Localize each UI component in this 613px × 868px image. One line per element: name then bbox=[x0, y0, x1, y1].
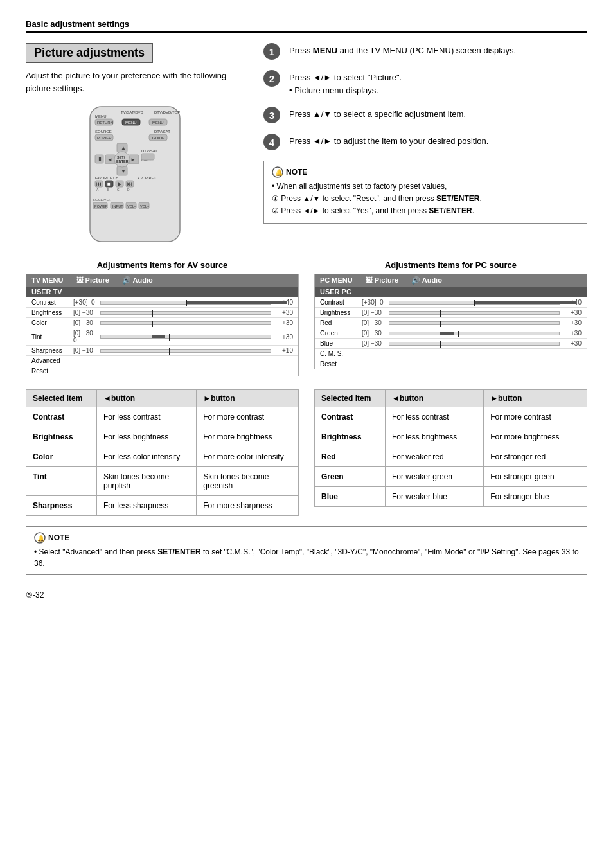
svg-text:POWER: POWER bbox=[97, 136, 112, 140]
svg-text:C: C bbox=[117, 188, 120, 191]
av-reset-link: Reset bbox=[26, 366, 298, 376]
pc-red-left: For weaker red bbox=[386, 447, 484, 467]
note-right: 🔔 NOTE • When all adjustments set to fac… bbox=[263, 161, 587, 224]
av-row-color: Color [0] −30 +30 bbox=[26, 317, 298, 328]
pc-audio-icon: 🔊 Audio bbox=[411, 276, 442, 285]
svg-text:🔔: 🔔 bbox=[37, 535, 45, 542]
pc-menu-label: PC MENU bbox=[320, 276, 353, 285]
svg-text:VOL+: VOL+ bbox=[140, 204, 149, 208]
select-text: Select bbox=[39, 547, 60, 556]
svg-text:◄: ◄ bbox=[107, 157, 112, 163]
svg-text:• VCR REC: • VCR REC bbox=[138, 176, 156, 180]
steps-list: 1 Press MENU and the TV MENU (PC MENU) s… bbox=[263, 43, 587, 150]
step-text-2: Press ◄/► to select "Picture". • Picture… bbox=[289, 70, 402, 96]
description-text: Adjust the picture to your preference wi… bbox=[26, 69, 244, 94]
step-2: 2 Press ◄/► to select "Picture". • Pictu… bbox=[263, 70, 587, 96]
pc-row-brightness: Brightness [0] −30 +30 bbox=[315, 307, 587, 317]
av-row-contrast: Contrast [+30] 0 +40 bbox=[26, 297, 298, 307]
svg-text:⏭: ⏭ bbox=[127, 181, 132, 187]
svg-text:MENU: MENU bbox=[125, 121, 137, 125]
bottom-section: Selected item ◄button ►button Contrast F… bbox=[26, 389, 587, 516]
pc-blue-left: For weaker blue bbox=[386, 487, 484, 507]
sources-section: Adjustments items for AV source TV MENU … bbox=[26, 260, 587, 376]
pc-row-red: Red [0] −30 +30 bbox=[315, 317, 587, 328]
pc-cms-link: C. M. S. bbox=[315, 348, 587, 359]
pc-red-right: For stronger red bbox=[484, 447, 587, 467]
step-1: 1 Press MENU and the TV MENU (PC MENU) s… bbox=[263, 43, 587, 60]
pc-row-red-table: Red For weaker red For stronger red bbox=[315, 447, 587, 467]
svg-text:FAVORITE CH: FAVORITE CH bbox=[95, 176, 118, 180]
svg-text:RETURN: RETURN bbox=[97, 121, 113, 125]
av-item-contrast: Contrast bbox=[26, 407, 97, 427]
av-menu-box: TV MENU 🖼 Picture 🔊 Audio USER TV Contra… bbox=[26, 274, 299, 376]
av-col-item: Selected item bbox=[26, 390, 97, 407]
picture-adj-header: Picture adjustments bbox=[26, 43, 153, 63]
remote-svg: MENU TV/SAT/DVD DTV/DVD/TOP RETURN MENU … bbox=[77, 103, 193, 245]
step-number-3: 3 bbox=[263, 107, 280, 123]
av-table-wrap: Selected item ◄button ►button Contrast F… bbox=[26, 389, 299, 516]
step-text-1: Press MENU and the TV MENU (PC MENU) scr… bbox=[289, 43, 516, 57]
av-tint-right: Skin tones become greenish bbox=[197, 467, 299, 496]
av-item-tint: Tint bbox=[26, 467, 97, 496]
step-text-4: Press ◄/► to adjust the item to your des… bbox=[289, 134, 488, 148]
bottom-note: 🔔 NOTE • Select "Advanced" and then pres… bbox=[26, 526, 587, 575]
av-pic-icon: 🖼 Picture bbox=[76, 276, 109, 285]
svg-text:VOL–: VOL– bbox=[127, 204, 137, 208]
av-color-right: For more color intensity bbox=[197, 447, 299, 467]
av-row-contrast-table: Contrast For less contrast For more cont… bbox=[26, 407, 299, 427]
section-title: Basic adjustment settings bbox=[26, 19, 587, 33]
av-table: Selected item ◄button ►button Contrast F… bbox=[26, 389, 299, 516]
av-row-brightness: Brightness [0] −30 +30 bbox=[26, 307, 298, 317]
svg-text:DTV/SAT: DTV/SAT bbox=[154, 130, 170, 134]
pc-item-red: Red bbox=[315, 447, 386, 467]
svg-text:TV/SAT/DVD: TV/SAT/DVD bbox=[121, 111, 144, 114]
svg-text:DTV/SAT: DTV/SAT bbox=[141, 149, 157, 153]
av-source-col: Adjustments items for AV source TV MENU … bbox=[26, 260, 299, 376]
bottom-note-title: 🔔 NOTE bbox=[34, 532, 579, 544]
svg-text:▶: ▶ bbox=[118, 181, 122, 187]
note-right-title: 🔔 NOTE bbox=[272, 166, 579, 178]
pc-item-brightness: Brightness bbox=[315, 427, 386, 447]
av-brightness-left: For less brightness bbox=[97, 427, 197, 447]
av-contrast-right: For more contrast bbox=[197, 407, 299, 427]
av-item-brightness: Brightness bbox=[26, 427, 97, 447]
av-col-left: ◄button bbox=[97, 390, 197, 407]
pc-blue-right: For stronger blue bbox=[484, 487, 587, 507]
svg-rect-31 bbox=[141, 154, 154, 160]
step-text-3: Press ▲/▼ to select a specific adjustmen… bbox=[289, 107, 466, 121]
pc-table-wrap: Selected item ◄button ►button Contrast F… bbox=[314, 389, 587, 516]
pc-contrast-left: For less contrast bbox=[386, 407, 484, 427]
page-footer: ⑤-32 bbox=[26, 590, 587, 599]
pc-contrast-right: For more contrast bbox=[484, 407, 587, 427]
pc-source-col: Adjustments items for PC source PC MENU … bbox=[314, 260, 587, 376]
note-icon: 🔔 bbox=[272, 166, 283, 178]
av-row-sharpness-table: Sharpness For less sharpness For more sh… bbox=[26, 496, 299, 516]
step-4: 4 Press ◄/► to adjust the item to your d… bbox=[263, 134, 587, 150]
av-row-brightness-table: Brightness For less brightness For more … bbox=[26, 427, 299, 447]
av-menu-label: TV MENU bbox=[31, 276, 64, 285]
av-col-right: ►button bbox=[197, 390, 299, 407]
page-number: ⑤-32 bbox=[26, 590, 44, 599]
pc-table: Selected item ◄button ►button Contrast F… bbox=[314, 389, 587, 507]
pc-row-green: Green [0] −30 +30 bbox=[315, 328, 587, 338]
av-row-sharpness: Sharpness [0] −10 +10 bbox=[26, 345, 298, 355]
bottom-note-label: NOTE bbox=[48, 532, 69, 544]
av-user-bar: USER TV bbox=[26, 287, 298, 297]
av-advanced-link: Advanced bbox=[26, 355, 298, 366]
av-menu-header: TV MENU 🖼 Picture 🔊 Audio bbox=[26, 274, 298, 287]
step-number-1: 1 bbox=[263, 43, 280, 60]
pc-menu-header: PC MENU 🖼 Picture 🔊 Audio bbox=[315, 274, 587, 287]
av-sharpness-left: For less sharpness bbox=[97, 496, 197, 516]
pc-item-green: Green bbox=[315, 467, 386, 487]
pc-brightness-left: For less brightness bbox=[386, 427, 484, 447]
svg-text:▼: ▼ bbox=[121, 168, 126, 174]
pc-row-blue-table: Blue For weaker blue For stronger blue bbox=[315, 487, 587, 507]
av-row-tint: Tint [0] −30 0 +30 bbox=[26, 328, 298, 345]
svg-text:SOURCE: SOURCE bbox=[95, 130, 112, 134]
pc-reset-link: Reset bbox=[315, 359, 587, 369]
av-row-tint-table: Tint Skin tones become purplish Skin ton… bbox=[26, 467, 299, 496]
svg-text:⏮: ⏮ bbox=[96, 181, 102, 187]
av-sharpness-right: For more sharpness bbox=[197, 496, 299, 516]
step-3: 3 Press ▲/▼ to select a specific adjustm… bbox=[263, 107, 587, 123]
pc-row-contrast: Contrast [+30] 0 +40 bbox=[315, 297, 587, 307]
